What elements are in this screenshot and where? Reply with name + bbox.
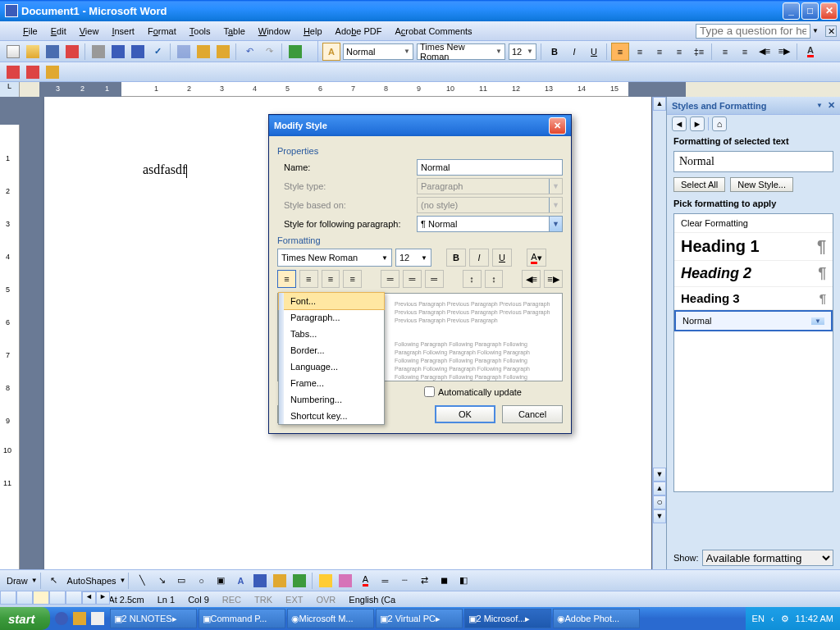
status-rec[interactable]: REC: [222, 595, 241, 605]
format-menu-frame[interactable]: Frame...: [279, 375, 384, 391]
taskpane-close-icon[interactable]: ✕: [828, 100, 835, 111]
research-button[interactable]: [129, 43, 147, 61]
vertical-scrollbar[interactable]: ▲ ▼ ▲ ○ ▼: [652, 97, 666, 573]
dialog-outdent-button[interactable]: ◀≡: [522, 270, 541, 288]
align-center-button[interactable]: ≡: [631, 43, 649, 61]
hscroll-right-icon[interactable]: ►: [96, 591, 110, 605]
dialog-close-button[interactable]: ✕: [549, 117, 566, 135]
taskpane-dropdown-icon[interactable]: ▼: [816, 102, 823, 109]
indent-button[interactable]: ≡▶: [775, 43, 793, 61]
align-left-button[interactable]: ≡: [611, 43, 629, 61]
normal-view-button[interactable]: [0, 591, 16, 605]
status-ext[interactable]: EXT: [285, 595, 303, 605]
tray-expand-icon[interactable]: ‹: [771, 614, 774, 623]
nav-back-icon[interactable]: ◄: [672, 116, 687, 131]
paste-button[interactable]: [194, 43, 212, 61]
maximize-button[interactable]: □: [801, 2, 819, 20]
doc-close-button[interactable]: ✕: [825, 25, 837, 37]
style-dropdown[interactable]: Normal▼: [343, 43, 413, 60]
dialog-spacing-2-button[interactable]: ═: [425, 270, 444, 288]
dialog-size-dropdown[interactable]: 12▼: [395, 249, 431, 267]
new-button[interactable]: [4, 43, 22, 61]
numbering-button[interactable]: ≡: [716, 43, 734, 61]
pdf-comments-button[interactable]: [43, 63, 62, 81]
task-photoshop[interactable]: ◉ Adobe Phot...: [553, 609, 640, 628]
style-heading1[interactable]: Heading 1¶: [674, 233, 833, 261]
3d-button[interactable]: ◧: [454, 572, 472, 590]
hyperlink-button[interactable]: [286, 43, 304, 61]
close-button[interactable]: ✕: [820, 2, 838, 20]
following-dropdown[interactable]: ¶ Normal▼: [417, 216, 563, 232]
status-lang[interactable]: English (Ca: [349, 595, 395, 605]
help-dropdown-icon[interactable]: ▼: [810, 27, 820, 34]
style-heading3[interactable]: Heading 3¶: [674, 287, 833, 310]
menu-help[interactable]: Help: [297, 24, 329, 39]
bold-button[interactable]: B: [546, 43, 564, 61]
menu-format[interactable]: Format: [141, 24, 183, 39]
rect-button[interactable]: ▭: [172, 572, 190, 590]
menu-tools[interactable]: Tools: [183, 24, 217, 39]
clipart-button[interactable]: [271, 572, 289, 590]
dash-style-button[interactable]: ┈: [395, 572, 413, 590]
text-color-button[interactable]: A: [356, 572, 374, 590]
selected-style-display[interactable]: Normal: [673, 151, 833, 172]
select-all-button[interactable]: Select All: [673, 177, 725, 192]
style-clear[interactable]: Clear Formatting: [674, 214, 833, 233]
dialog-indent-button[interactable]: ≡▶: [544, 270, 563, 288]
format-menu-shortcut[interactable]: Shortcut key...: [279, 408, 384, 424]
format-menu-tabs[interactable]: Tabs...: [279, 326, 384, 342]
task-nlnotes[interactable]: ▣ 2 NLNOTES ▸: [110, 609, 197, 628]
select-browse-icon[interactable]: ○: [653, 495, 666, 509]
format-menu-border[interactable]: Border...: [279, 342, 384, 358]
dialog-bold-button[interactable]: B: [446, 249, 466, 267]
ok-button[interactable]: OK: [435, 405, 495, 423]
auto-update-checkbox[interactable]: [424, 386, 435, 397]
format-menu-language[interactable]: Language...: [279, 358, 384, 375]
scroll-down-icon[interactable]: ▼: [653, 468, 666, 482]
new-style-button[interactable]: New Style...: [730, 177, 793, 192]
status-ovr[interactable]: OVR: [316, 595, 336, 605]
dialog-font-color-button[interactable]: A▾: [527, 249, 546, 267]
draw-menu[interactable]: Draw: [3, 576, 31, 586]
nav-forward-icon[interactable]: ►: [690, 116, 705, 131]
menu-edit[interactable]: Edit: [44, 24, 73, 39]
redo-button[interactable]: ↷: [260, 43, 278, 61]
pdf-create-button[interactable]: [4, 63, 22, 81]
menu-insert[interactable]: Insert: [105, 24, 141, 39]
pdf-review-button[interactable]: [24, 63, 42, 81]
font-color-button[interactable]: A: [801, 43, 819, 61]
arrow-button[interactable]: ↘: [153, 572, 171, 590]
diagram-button[interactable]: [251, 572, 269, 590]
minimize-button[interactable]: _: [783, 2, 800, 20]
copy-button[interactable]: [175, 43, 193, 61]
select-button[interactable]: ↖: [45, 572, 63, 590]
prev-page-icon[interactable]: ▲: [653, 482, 666, 495]
web-view-button[interactable]: [16, 591, 33, 605]
arrow-style-button[interactable]: ⇄: [415, 572, 433, 590]
print-view-button[interactable]: [33, 591, 49, 605]
nav-home-icon[interactable]: ⌂: [712, 116, 727, 131]
document-text[interactable]: asdfasdf: [143, 162, 186, 176]
bullets-button[interactable]: ≡: [736, 43, 754, 61]
menu-file[interactable]: File: [16, 24, 44, 39]
align-right-button[interactable]: ≡: [651, 43, 669, 61]
dialog-space-after-button[interactable]: ↕: [485, 270, 504, 288]
oval-button[interactable]: ○: [192, 572, 210, 590]
permission-button[interactable]: [63, 43, 81, 61]
quicklaunch-ie-icon[interactable]: [54, 609, 69, 628]
dialog-spacing-1-button[interactable]: ═: [381, 270, 399, 288]
line-spacing-button[interactable]: ‡≡: [690, 43, 708, 61]
picture-button[interactable]: [290, 572, 308, 590]
task-command[interactable]: ▣ Command P...: [199, 609, 285, 628]
quicklaunch-icon[interactable]: [72, 609, 87, 628]
next-page-icon[interactable]: ▼: [653, 509, 666, 523]
underline-button[interactable]: U: [585, 43, 603, 61]
show-dropdown[interactable]: Available formatting: [702, 550, 833, 566]
dialog-space-before-button[interactable]: ↕: [463, 270, 482, 288]
textbox-button[interactable]: ▣: [212, 572, 230, 590]
tray-icon[interactable]: ⚙: [781, 614, 789, 624]
cancel-button[interactable]: Cancel: [502, 405, 563, 423]
dialog-align-left-button[interactable]: ≡: [277, 270, 296, 288]
dialog-italic-button[interactable]: I: [469, 249, 489, 267]
dialog-align-right-button[interactable]: ≡: [322, 270, 340, 288]
